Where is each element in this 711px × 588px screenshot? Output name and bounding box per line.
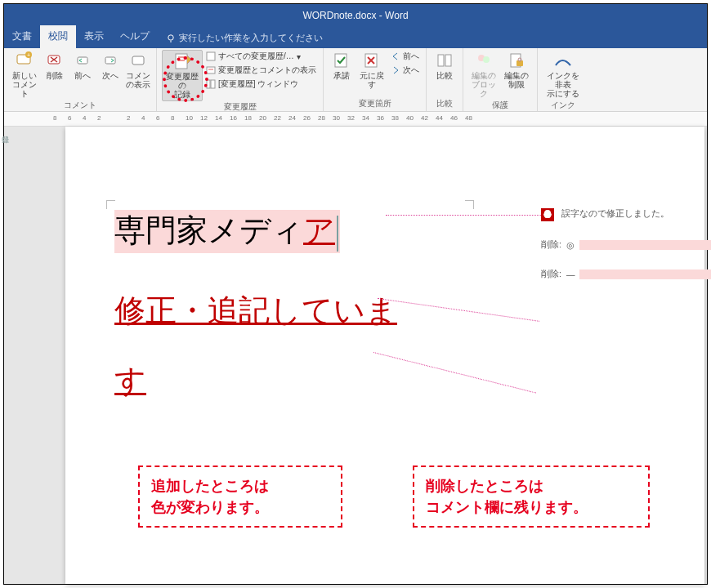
display-for-review-dropdown[interactable]: すべての変更履歴/… ▾ [204,50,318,63]
text-caret [337,216,338,252]
reviewing-pane-icon [206,79,216,89]
ruler-tick: 12 [200,114,208,122]
ribbon-group-protect: 編集の ブロック 編集の 制限 保護 [463,48,538,111]
prev-comment-icon [74,51,92,69]
track-changes-button[interactable]: 変更履歴の 記録 [162,50,203,101]
next-change-button[interactable]: 次へ [389,64,421,77]
margin-marks [106,200,474,208]
deletion-value: ◎ [566,240,575,250]
tab-document[interactable]: 文書 [4,25,40,48]
accept-icon [333,51,351,69]
hide-ink-button[interactable]: インクを非表 示にする [543,50,584,100]
prev-comment-button[interactable]: 前へ [69,50,96,100]
ruler-tick: 30 [333,114,340,122]
reject-button[interactable]: 元に戻す [356,50,387,91]
ruler-tick: 16 [230,114,237,122]
group-label-protect: 保護 [468,100,532,113]
svg-rect-19 [335,54,347,67]
ribbon-tab-bar: 文書 校閲 表示 ヘルプ 実行したい作業を入力してください [4,27,707,48]
deletion-balloon-2[interactable]: 削除: — [541,269,711,280]
delete-comment-icon [46,51,64,69]
reviewing-pane-dropdown[interactable]: [変更履歴] ウィンドウ [204,78,318,91]
next-comment-button[interactable]: 次へ [97,50,123,100]
ruler-tick: 8 [171,114,174,122]
next-change-icon [391,65,400,75]
svg-text:+: + [27,52,30,58]
new-comment-icon: + [16,51,34,69]
deletion-highlight-bar [579,270,711,279]
deletion-balloon-1[interactable]: 削除: ◎ [541,239,711,251]
ribbon-group-changes: 承諾 元に戻す 前へ 次へ 変更箇所 [324,48,427,111]
annotation-callout-deleted: 削除したところは コメント欄に残ります。 [413,466,650,528]
ribbon-group-compare: 比較 比較 [427,48,463,111]
show-comments-icon [129,51,147,69]
annotation-callout-added: 追加したところは 色が変わります。 [138,466,342,528]
compare-button[interactable]: 比較 [432,50,458,82]
new-comment-button[interactable]: + 新しい コメント [9,50,40,100]
tab-review[interactable]: 校閲 [40,25,76,48]
svg-rect-14 [207,52,215,60]
compare-icon [436,51,454,69]
markup-mode-icon [206,51,216,61]
ruler-tick: 26 [303,114,311,122]
tab-help[interactable]: ヘルプ [112,25,158,48]
title-bar: WORDnote.docx - Word [4,4,707,27]
ribbon-group-comments: + 新しい コメント 削除 前へ 次へ コメン の表示 [4,48,157,111]
ribbon-group-tracking: 変更履歴の 記録 すべての変更履歴/… ▾ 変更履歴とコメントの表示 [変更履歴 [157,48,324,111]
reject-icon [363,51,381,69]
svg-rect-24 [445,55,451,66]
horizontal-ruler[interactable]: 8642246810121416182022242628303234363840… [4,112,707,127]
comment-balloon[interactable]: 誤字なので修正しました。 [541,208,711,221]
ruler-tick: 34 [362,114,369,122]
comment-connector [373,352,536,394]
ruler-tick: 6 [68,114,71,122]
svg-rect-23 [438,55,444,66]
ruler-tick: 36 [377,114,384,122]
ruler-tick: 44 [436,114,443,122]
group-label-comments: コメント [9,100,151,113]
show-markup-icon [206,65,216,75]
svg-rect-11 [176,54,187,69]
ruler-tick: 28 [318,114,325,122]
ruler-tick: 4 [141,114,145,122]
restrict-editing-icon [508,51,525,69]
changes-nav: 前へ 次へ [389,50,421,91]
body-line-2[interactable]: す [114,360,146,402]
prev-change-icon [391,51,400,61]
body-line-1[interactable]: 修正・追記していま [114,290,397,332]
ribbon-group-ink: インクを非表 示にする インク [538,48,588,111]
title-plain-text: 専門家メディ [114,213,303,247]
tracking-options: すべての変更履歴/… ▾ 変更履歴とコメントの表示 [変更履歴] ウィンドウ [204,50,318,101]
show-comments-button[interactable]: コメン の表示 [125,50,151,100]
restrict-editing-button[interactable]: 編集の 制限 [501,50,532,100]
deletion-value: — [566,270,575,279]
group-label-ink: インク [543,100,584,113]
block-authors-button[interactable]: 編集の ブロック [468,50,499,100]
deletion-label: 削除: [541,239,561,251]
ruler-tick: 42 [421,114,428,122]
track-changes-icon [173,52,191,70]
comment-connector [378,298,539,322]
show-markup-dropdown[interactable]: 変更履歴とコメントの表示 [204,64,318,77]
next-comment-icon [101,51,119,69]
ruler-tick: 8 [53,114,56,122]
tab-view[interactable]: 表示 [76,25,112,48]
deletion-label: 削除: [541,269,561,280]
deletion-highlight-bar [579,240,711,250]
prev-change-button[interactable]: 前へ [389,50,421,63]
document-title[interactable]: 専門家メディア [114,210,340,253]
svg-rect-17 [207,80,210,88]
ribbon: + 新しい コメント 削除 前へ 次へ コメン の表示 [4,48,707,112]
block-authors-icon [475,51,493,69]
tell-me-search[interactable]: 実行したい作業を入力してください [158,28,331,48]
ruler-tick: 48 [465,114,472,122]
delete-comment-button[interactable]: 削除 [42,50,68,100]
accept-button[interactable]: 承諾 [329,50,355,91]
ruler-tick: 20 [259,114,266,122]
svg-point-0 [168,34,173,39]
svg-rect-18 [211,80,215,88]
svg-rect-15 [207,67,215,74]
revisions-panel: 誤字なので修正しました。 削除: ◎ 削除: — [541,208,711,298]
comment-connector [386,215,541,216]
ruler-tick: 38 [391,114,399,122]
